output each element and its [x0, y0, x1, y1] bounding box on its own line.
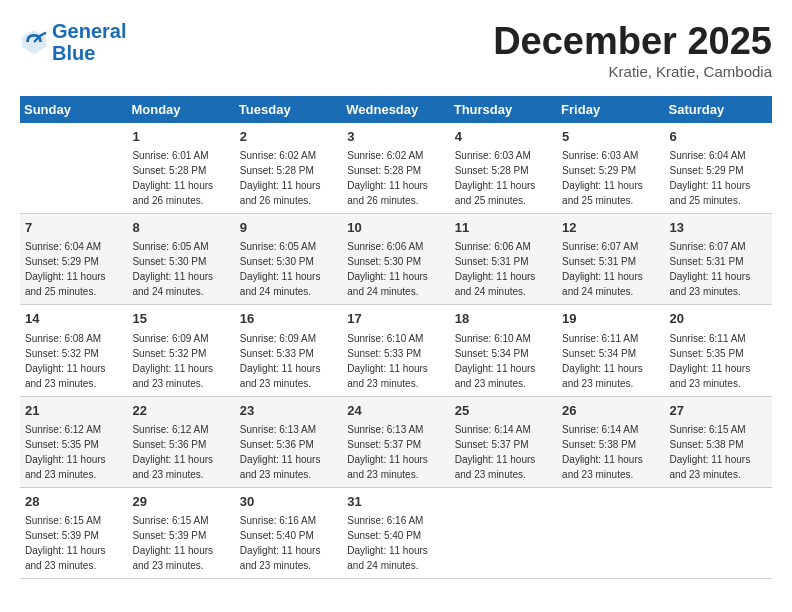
calendar-cell: 11Sunrise: 6:06 AM Sunset: 5:31 PM Dayli…: [450, 214, 557, 305]
day-number: 25: [455, 402, 552, 420]
calendar-cell: 3Sunrise: 6:02 AM Sunset: 5:28 PM Daylig…: [342, 123, 449, 214]
calendar-cell: 29Sunrise: 6:15 AM Sunset: 5:39 PM Dayli…: [127, 487, 234, 578]
calendar-cell: [557, 487, 664, 578]
day-number: 1: [132, 128, 229, 146]
logo-text-general: General: [52, 20, 126, 42]
calendar-cell: 4Sunrise: 6:03 AM Sunset: 5:28 PM Daylig…: [450, 123, 557, 214]
day-number: 26: [562, 402, 659, 420]
calendar-cell: 12Sunrise: 6:07 AM Sunset: 5:31 PM Dayli…: [557, 214, 664, 305]
calendar-cell: 14Sunrise: 6:08 AM Sunset: 5:32 PM Dayli…: [20, 305, 127, 396]
calendar-cell: 15Sunrise: 6:09 AM Sunset: 5:32 PM Dayli…: [127, 305, 234, 396]
calendar-week-row: 14Sunrise: 6:08 AM Sunset: 5:32 PM Dayli…: [20, 305, 772, 396]
day-info: Sunrise: 6:02 AM Sunset: 5:28 PM Dayligh…: [347, 150, 428, 206]
day-info: Sunrise: 6:16 AM Sunset: 5:40 PM Dayligh…: [240, 515, 321, 571]
calendar-cell: 10Sunrise: 6:06 AM Sunset: 5:30 PM Dayli…: [342, 214, 449, 305]
day-number: 23: [240, 402, 337, 420]
day-info: Sunrise: 6:07 AM Sunset: 5:31 PM Dayligh…: [562, 241, 643, 297]
calendar-cell: 5Sunrise: 6:03 AM Sunset: 5:29 PM Daylig…: [557, 123, 664, 214]
day-info: Sunrise: 6:01 AM Sunset: 5:28 PM Dayligh…: [132, 150, 213, 206]
day-number: 18: [455, 310, 552, 328]
logo-text-blue: Blue: [52, 42, 126, 64]
calendar-cell: 19Sunrise: 6:11 AM Sunset: 5:34 PM Dayli…: [557, 305, 664, 396]
day-info: Sunrise: 6:09 AM Sunset: 5:33 PM Dayligh…: [240, 333, 321, 389]
calendar-cell: 13Sunrise: 6:07 AM Sunset: 5:31 PM Dayli…: [665, 214, 772, 305]
day-info: Sunrise: 6:12 AM Sunset: 5:36 PM Dayligh…: [132, 424, 213, 480]
day-info: Sunrise: 6:13 AM Sunset: 5:36 PM Dayligh…: [240, 424, 321, 480]
calendar-cell: 9Sunrise: 6:05 AM Sunset: 5:30 PM Daylig…: [235, 214, 342, 305]
day-number: 24: [347, 402, 444, 420]
calendar-cell: 24Sunrise: 6:13 AM Sunset: 5:37 PM Dayli…: [342, 396, 449, 487]
weekday-header-thursday: Thursday: [450, 96, 557, 123]
day-info: Sunrise: 6:09 AM Sunset: 5:32 PM Dayligh…: [132, 333, 213, 389]
calendar-cell: 8Sunrise: 6:05 AM Sunset: 5:30 PM Daylig…: [127, 214, 234, 305]
day-info: Sunrise: 6:06 AM Sunset: 5:31 PM Dayligh…: [455, 241, 536, 297]
day-number: 15: [132, 310, 229, 328]
day-number: 31: [347, 493, 444, 511]
weekday-header-sunday: Sunday: [20, 96, 127, 123]
weekday-header-saturday: Saturday: [665, 96, 772, 123]
calendar-table: SundayMondayTuesdayWednesdayThursdayFrid…: [20, 96, 772, 579]
day-number: 30: [240, 493, 337, 511]
day-number: 7: [25, 219, 122, 237]
day-number: 21: [25, 402, 122, 420]
day-info: Sunrise: 6:16 AM Sunset: 5:40 PM Dayligh…: [347, 515, 428, 571]
day-info: Sunrise: 6:11 AM Sunset: 5:35 PM Dayligh…: [670, 333, 751, 389]
day-info: Sunrise: 6:02 AM Sunset: 5:28 PM Dayligh…: [240, 150, 321, 206]
logo: General Blue: [20, 20, 126, 64]
day-number: 5: [562, 128, 659, 146]
location-subtitle: Kratie, Kratie, Cambodia: [493, 63, 772, 80]
day-number: 29: [132, 493, 229, 511]
day-info: Sunrise: 6:08 AM Sunset: 5:32 PM Dayligh…: [25, 333, 106, 389]
day-info: Sunrise: 6:10 AM Sunset: 5:33 PM Dayligh…: [347, 333, 428, 389]
calendar-cell: 31Sunrise: 6:16 AM Sunset: 5:40 PM Dayli…: [342, 487, 449, 578]
day-number: 11: [455, 219, 552, 237]
calendar-cell: 6Sunrise: 6:04 AM Sunset: 5:29 PM Daylig…: [665, 123, 772, 214]
calendar-cell: 2Sunrise: 6:02 AM Sunset: 5:28 PM Daylig…: [235, 123, 342, 214]
day-number: 12: [562, 219, 659, 237]
calendar-cell: 30Sunrise: 6:16 AM Sunset: 5:40 PM Dayli…: [235, 487, 342, 578]
day-number: 10: [347, 219, 444, 237]
day-number: 8: [132, 219, 229, 237]
day-number: 4: [455, 128, 552, 146]
day-info: Sunrise: 6:10 AM Sunset: 5:34 PM Dayligh…: [455, 333, 536, 389]
calendar-cell: 26Sunrise: 6:14 AM Sunset: 5:38 PM Dayli…: [557, 396, 664, 487]
day-number: 16: [240, 310, 337, 328]
day-info: Sunrise: 6:05 AM Sunset: 5:30 PM Dayligh…: [132, 241, 213, 297]
calendar-cell: 27Sunrise: 6:15 AM Sunset: 5:38 PM Dayli…: [665, 396, 772, 487]
calendar-cell: 21Sunrise: 6:12 AM Sunset: 5:35 PM Dayli…: [20, 396, 127, 487]
calendar-cell: 22Sunrise: 6:12 AM Sunset: 5:36 PM Dayli…: [127, 396, 234, 487]
calendar-cell: 25Sunrise: 6:14 AM Sunset: 5:37 PM Dayli…: [450, 396, 557, 487]
calendar-cell: 18Sunrise: 6:10 AM Sunset: 5:34 PM Dayli…: [450, 305, 557, 396]
day-number: 27: [670, 402, 767, 420]
calendar-week-row: 1Sunrise: 6:01 AM Sunset: 5:28 PM Daylig…: [20, 123, 772, 214]
day-info: Sunrise: 6:07 AM Sunset: 5:31 PM Dayligh…: [670, 241, 751, 297]
calendar-cell: 17Sunrise: 6:10 AM Sunset: 5:33 PM Dayli…: [342, 305, 449, 396]
day-number: 19: [562, 310, 659, 328]
calendar-cell: 28Sunrise: 6:15 AM Sunset: 5:39 PM Dayli…: [20, 487, 127, 578]
calendar-week-row: 21Sunrise: 6:12 AM Sunset: 5:35 PM Dayli…: [20, 396, 772, 487]
calendar-cell: [450, 487, 557, 578]
calendar-cell: 7Sunrise: 6:04 AM Sunset: 5:29 PM Daylig…: [20, 214, 127, 305]
day-number: 22: [132, 402, 229, 420]
calendar-cell: 20Sunrise: 6:11 AM Sunset: 5:35 PM Dayli…: [665, 305, 772, 396]
calendar-cell: 23Sunrise: 6:13 AM Sunset: 5:36 PM Dayli…: [235, 396, 342, 487]
day-info: Sunrise: 6:12 AM Sunset: 5:35 PM Dayligh…: [25, 424, 106, 480]
calendar-cell: [665, 487, 772, 578]
day-number: 13: [670, 219, 767, 237]
weekday-header-monday: Monday: [127, 96, 234, 123]
day-number: 14: [25, 310, 122, 328]
calendar-body: 1Sunrise: 6:01 AM Sunset: 5:28 PM Daylig…: [20, 123, 772, 578]
day-info: Sunrise: 6:15 AM Sunset: 5:39 PM Dayligh…: [25, 515, 106, 571]
calendar-cell: [20, 123, 127, 214]
day-info: Sunrise: 6:14 AM Sunset: 5:38 PM Dayligh…: [562, 424, 643, 480]
day-number: 17: [347, 310, 444, 328]
day-info: Sunrise: 6:04 AM Sunset: 5:29 PM Dayligh…: [25, 241, 106, 297]
day-number: 28: [25, 493, 122, 511]
day-info: Sunrise: 6:05 AM Sunset: 5:30 PM Dayligh…: [240, 241, 321, 297]
day-number: 2: [240, 128, 337, 146]
calendar-week-row: 7Sunrise: 6:04 AM Sunset: 5:29 PM Daylig…: [20, 214, 772, 305]
day-number: 6: [670, 128, 767, 146]
calendar-cell: 16Sunrise: 6:09 AM Sunset: 5:33 PM Dayli…: [235, 305, 342, 396]
logo-icon: [20, 28, 48, 56]
day-number: 20: [670, 310, 767, 328]
